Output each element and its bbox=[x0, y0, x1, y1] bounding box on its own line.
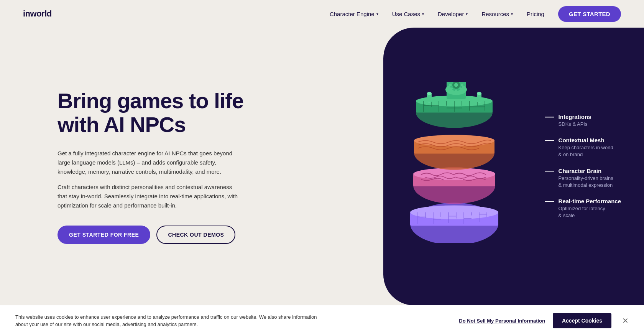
stack-illustration bbox=[402, 82, 506, 243]
feature-dash bbox=[545, 171, 554, 171]
feature-title: Real-time Performance bbox=[559, 198, 621, 204]
navigation: inworld Character Engine ▾ Use Cases ▾ D… bbox=[0, 0, 644, 28]
nav-developer[interactable]: Developer ▾ bbox=[438, 11, 468, 17]
feature-desc: Optimized for latency& scale bbox=[559, 205, 621, 219]
chevron-down-icon: ▾ bbox=[511, 12, 513, 16]
hero-description-1: Get a fully integrated character engine … bbox=[58, 149, 242, 176]
nav-pricing[interactable]: Pricing bbox=[527, 11, 544, 17]
feature-dash bbox=[545, 117, 554, 117]
nav-links: Character Engine ▾ Use Cases ▾ Developer… bbox=[330, 6, 621, 22]
check-out-demos-button[interactable]: CHECK OUT DEMOS bbox=[156, 226, 235, 244]
svg-point-49 bbox=[454, 83, 458, 87]
hero-buttons: GET STARTED FOR FREE CHECK OUT DEMOS bbox=[58, 226, 264, 244]
chevron-down-icon: ▾ bbox=[376, 12, 378, 16]
cookie-decline-link[interactable]: Do Not Sell My Personal Information bbox=[459, 318, 545, 324]
feature-title: Contextual Mesh bbox=[559, 137, 613, 144]
feature-realtime-performance: Real-time Performance Optimized for late… bbox=[545, 198, 621, 219]
feature-dash bbox=[545, 201, 554, 202]
feature-character-brain: Character Brain Personality-driven brain… bbox=[545, 168, 621, 189]
feature-dash bbox=[545, 140, 554, 141]
svg-rect-52 bbox=[449, 84, 452, 86]
feature-desc: Personality-driven brains& multimodal ex… bbox=[559, 175, 613, 189]
feature-desc: Keep characters in world& on brand bbox=[559, 145, 613, 158]
svg-rect-53 bbox=[461, 84, 463, 86]
hero-title: Bring games to life with AI NPCs bbox=[58, 89, 264, 136]
svg-rect-51 bbox=[455, 90, 457, 92]
feature-title: Character Brain bbox=[559, 168, 613, 174]
cookie-actions: Do Not Sell My Personal Information Acce… bbox=[459, 313, 629, 328]
hero-description-2: Craft characters with distinct personali… bbox=[58, 183, 242, 210]
chevron-down-icon: ▾ bbox=[466, 12, 468, 16]
features-list: Integrations SDKs & APIs Contextual Mesh… bbox=[545, 114, 621, 219]
brand-logo[interactable]: inworld bbox=[23, 9, 52, 19]
cookie-accept-button[interactable]: Accept Cookies bbox=[553, 313, 611, 328]
feature-desc: SDKs & APIs bbox=[559, 121, 591, 128]
svg-point-41 bbox=[427, 92, 432, 95]
nav-get-started-button[interactable]: GET STARTED bbox=[558, 6, 621, 22]
chevron-down-icon: ▾ bbox=[422, 12, 424, 16]
cookie-close-button[interactable]: ✕ bbox=[622, 317, 629, 324]
feature-contextual-mesh: Contextual Mesh Keep characters in world… bbox=[545, 137, 621, 158]
hero-visual-panel: Integrations SDKs & APIs Contextual Mesh… bbox=[383, 28, 644, 305]
hero-content: Bring games to life with AI NPCs Get a f… bbox=[58, 89, 264, 244]
nav-resources[interactable]: Resources ▾ bbox=[481, 11, 513, 17]
cookie-banner: This website uses cookies to enhance use… bbox=[0, 305, 644, 336]
cookie-message: This website uses cookies to enhance use… bbox=[15, 313, 322, 328]
get-started-free-button[interactable]: GET STARTED FOR FREE bbox=[58, 226, 150, 244]
hero-section: Bring games to life with AI NPCs Get a f… bbox=[0, 28, 644, 305]
nav-character-engine[interactable]: Character Engine ▾ bbox=[330, 11, 378, 17]
nav-use-cases[interactable]: Use Cases ▾ bbox=[392, 11, 424, 17]
feature-integrations: Integrations SDKs & APIs bbox=[545, 114, 621, 128]
feature-title: Integrations bbox=[559, 114, 591, 120]
svg-point-44 bbox=[477, 92, 481, 95]
